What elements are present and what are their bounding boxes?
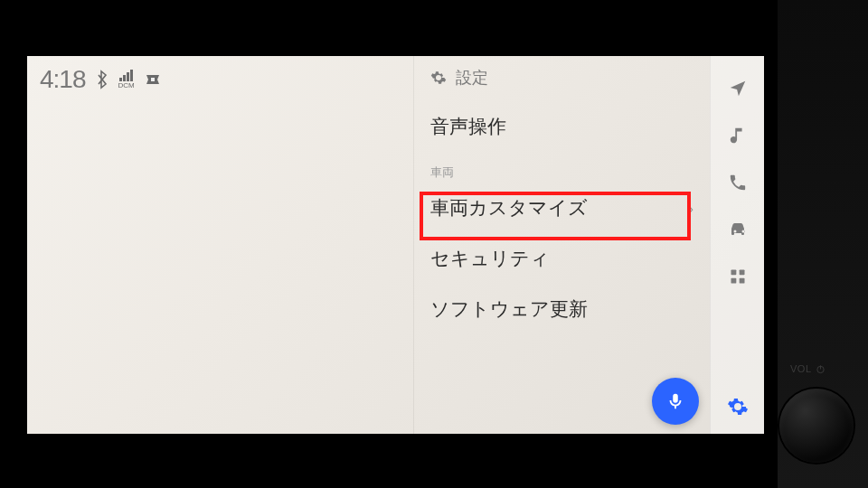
display-screen: 4:18 DCM 設定 音声操作 車両 車両カスタマイズ › セキ [27, 56, 764, 434]
music-note-icon [728, 126, 748, 145]
nav-rail [710, 56, 764, 434]
menu-item-voice[interactable]: 音声操作 [414, 101, 710, 152]
settings-panel: 設定 音声操作 車両 車両カスタマイズ › セキュリティ ソフトウェア更新 [413, 56, 710, 434]
menu-item-label: ソフトウェア更新 [430, 296, 588, 322]
menu-item-software-update[interactable]: ソフトウェア更新 [414, 284, 710, 334]
nav-item-apps[interactable] [718, 257, 758, 296]
bluetooth-icon [95, 70, 109, 89]
phone-icon [728, 173, 748, 192]
nav-item-navigation[interactable] [718, 69, 758, 108]
nav-item-phone[interactable] [718, 163, 758, 202]
svg-rect-2 [739, 270, 744, 276]
content-area-blank [27, 56, 413, 434]
gear-icon [727, 396, 749, 418]
apps-grid-icon [729, 267, 747, 286]
section-label-vehicle: 車両 [414, 152, 710, 183]
settings-header: 設定 [414, 67, 710, 101]
nav-item-settings[interactable] [718, 387, 758, 427]
settings-title: 設定 [456, 67, 488, 89]
physical-dashboard: VOL [778, 0, 868, 488]
dcm-label: DCM [118, 82, 135, 89]
menu-item-security[interactable]: セキュリティ [414, 233, 710, 284]
navigation-arrow-icon [728, 79, 748, 99]
gear-icon [430, 70, 447, 86]
voice-assistant-button[interactable] [652, 378, 699, 425]
power-icon [816, 364, 826, 374]
menu-item-label: 音声操作 [430, 114, 506, 139]
menu-item-vehicle-customize[interactable]: 車両カスタマイズ › [414, 183, 710, 233]
car-icon [727, 219, 749, 240]
dcm-signal-icon: DCM [118, 70, 135, 89]
vol-text: VOL [790, 363, 812, 374]
svg-rect-4 [739, 278, 744, 284]
dashcam-icon [144, 72, 162, 87]
volume-knob[interactable] [779, 389, 854, 463]
svg-rect-1 [731, 270, 736, 276]
microphone-icon [665, 391, 685, 411]
svg-rect-0 [151, 78, 155, 81]
volume-power-label: VOL [790, 363, 826, 374]
menu-item-label: 車両カスタマイズ [430, 195, 588, 221]
svg-rect-3 [731, 278, 736, 284]
clock: 4:18 [40, 65, 86, 94]
status-bar: 4:18 DCM [40, 65, 162, 94]
nav-item-vehicle[interactable] [718, 210, 758, 249]
nav-item-music[interactable] [718, 116, 758, 155]
chevron-right-icon: › [689, 201, 693, 216]
menu-item-label: セキュリティ [430, 246, 550, 271]
